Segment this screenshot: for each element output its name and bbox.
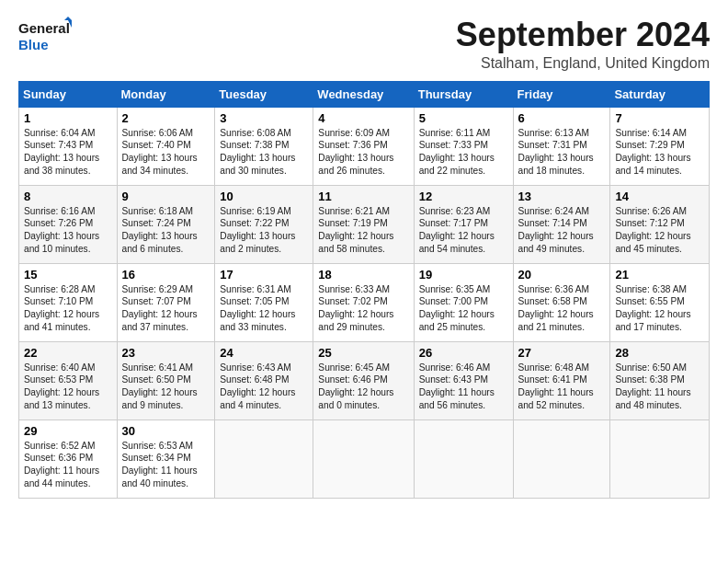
calendar-cell: 5Sunrise: 6:11 AMSunset: 7:33 PMDaylight… bbox=[414, 107, 513, 185]
day-number: 21 bbox=[615, 268, 704, 282]
calendar-cell: 2Sunrise: 6:06 AMSunset: 7:40 PMDaylight… bbox=[117, 107, 215, 185]
calendar-cell: 15Sunrise: 6:28 AMSunset: 7:10 PMDayligh… bbox=[19, 263, 118, 341]
weekday-header-sunday: Sunday bbox=[19, 81, 118, 107]
calendar-cell: 8Sunrise: 6:16 AMSunset: 7:26 PMDaylight… bbox=[19, 185, 118, 263]
svg-text:General: General bbox=[18, 20, 70, 36]
day-number: 22 bbox=[24, 346, 112, 360]
weekday-header-wednesday: Wednesday bbox=[313, 81, 414, 107]
weekday-header-saturday: Saturday bbox=[610, 81, 710, 107]
weekday-header-friday: Friday bbox=[513, 81, 610, 107]
title-block: September 2024 Stalham, England, United … bbox=[456, 17, 710, 72]
month-title: September 2024 bbox=[456, 17, 710, 53]
day-number: 19 bbox=[419, 268, 508, 282]
day-info: Sunrise: 6:53 AMSunset: 6:34 PMDaylight:… bbox=[122, 440, 210, 490]
svg-marker-2 bbox=[64, 17, 72, 20]
day-number: 24 bbox=[220, 346, 308, 360]
day-number: 2 bbox=[122, 111, 210, 125]
calendar-cell: 23Sunrise: 6:41 AMSunset: 6:50 PMDayligh… bbox=[117, 341, 215, 419]
day-number: 30 bbox=[122, 424, 210, 438]
day-number: 11 bbox=[318, 190, 408, 203]
day-info: Sunrise: 6:52 AMSunset: 6:36 PMDaylight:… bbox=[24, 440, 112, 490]
day-info: Sunrise: 6:26 AMSunset: 7:12 PMDaylight:… bbox=[615, 205, 704, 256]
day-number: 20 bbox=[518, 268, 606, 282]
day-number: 5 bbox=[419, 111, 508, 125]
day-number: 13 bbox=[518, 190, 606, 203]
day-number: 27 bbox=[518, 346, 606, 360]
day-number: 28 bbox=[615, 346, 704, 360]
day-info: Sunrise: 6:50 AMSunset: 6:38 PMDaylight:… bbox=[615, 362, 704, 412]
day-number: 18 bbox=[318, 268, 408, 282]
calendar-cell: 27Sunrise: 6:48 AMSunset: 6:41 PMDayligh… bbox=[513, 341, 610, 419]
day-info: Sunrise: 6:28 AMSunset: 7:10 PMDaylight:… bbox=[24, 283, 112, 334]
logo-svg: General Blue bbox=[18, 17, 74, 58]
calendar-cell: 3Sunrise: 6:08 AMSunset: 7:38 PMDaylight… bbox=[215, 107, 313, 185]
day-info: Sunrise: 6:09 AMSunset: 7:36 PMDaylight:… bbox=[318, 127, 408, 178]
calendar-cell bbox=[414, 419, 513, 498]
day-info: Sunrise: 6:33 AMSunset: 7:02 PMDaylight:… bbox=[318, 283, 408, 334]
day-number: 16 bbox=[122, 268, 210, 282]
day-number: 8 bbox=[24, 190, 112, 203]
day-info: Sunrise: 6:43 AMSunset: 6:48 PMDaylight:… bbox=[220, 362, 308, 412]
day-info: Sunrise: 6:36 AMSunset: 6:58 PMDaylight:… bbox=[518, 283, 606, 334]
calendar-cell bbox=[313, 419, 414, 498]
day-info: Sunrise: 6:23 AMSunset: 7:17 PMDaylight:… bbox=[419, 205, 508, 256]
day-info: Sunrise: 6:06 AMSunset: 7:40 PMDaylight:… bbox=[122, 127, 210, 178]
day-number: 14 bbox=[615, 190, 704, 203]
day-number: 1 bbox=[24, 111, 112, 125]
calendar-cell: 12Sunrise: 6:23 AMSunset: 7:17 PMDayligh… bbox=[414, 185, 513, 263]
weekday-header-monday: Monday bbox=[117, 81, 215, 107]
day-info: Sunrise: 6:13 AMSunset: 7:31 PMDaylight:… bbox=[518, 127, 606, 178]
calendar-cell: 25Sunrise: 6:45 AMSunset: 6:46 PMDayligh… bbox=[313, 341, 414, 419]
day-number: 15 bbox=[24, 268, 112, 282]
svg-text:Blue: Blue bbox=[18, 37, 49, 52]
calendar-cell bbox=[610, 419, 710, 498]
calendar-cell: 4Sunrise: 6:09 AMSunset: 7:36 PMDaylight… bbox=[313, 107, 414, 185]
day-info: Sunrise: 6:38 AMSunset: 6:55 PMDaylight:… bbox=[615, 283, 704, 334]
day-number: 7 bbox=[615, 111, 704, 125]
calendar-cell: 29Sunrise: 6:52 AMSunset: 6:36 PMDayligh… bbox=[19, 419, 118, 498]
calendar-cell: 18Sunrise: 6:33 AMSunset: 7:02 PMDayligh… bbox=[313, 263, 414, 341]
calendar-cell: 6Sunrise: 6:13 AMSunset: 7:31 PMDaylight… bbox=[513, 107, 610, 185]
day-number: 4 bbox=[318, 111, 408, 125]
day-info: Sunrise: 6:35 AMSunset: 7:00 PMDaylight:… bbox=[419, 283, 508, 334]
calendar-cell: 26Sunrise: 6:46 AMSunset: 6:43 PMDayligh… bbox=[414, 341, 513, 419]
day-number: 23 bbox=[122, 346, 210, 360]
calendar-cell: 21Sunrise: 6:38 AMSunset: 6:55 PMDayligh… bbox=[610, 263, 710, 341]
calendar-cell: 20Sunrise: 6:36 AMSunset: 6:58 PMDayligh… bbox=[513, 263, 610, 341]
calendar-cell: 16Sunrise: 6:29 AMSunset: 7:07 PMDayligh… bbox=[117, 263, 215, 341]
day-number: 10 bbox=[220, 190, 308, 203]
day-info: Sunrise: 6:46 AMSunset: 6:43 PMDaylight:… bbox=[419, 362, 508, 412]
day-info: Sunrise: 6:08 AMSunset: 7:38 PMDaylight:… bbox=[220, 127, 308, 178]
day-number: 26 bbox=[419, 346, 508, 360]
page-header: General Blue September 2024 Stalham, Eng… bbox=[18, 17, 710, 72]
calendar-cell: 1Sunrise: 6:04 AMSunset: 7:43 PMDaylight… bbox=[19, 107, 118, 185]
calendar-cell: 11Sunrise: 6:21 AMSunset: 7:19 PMDayligh… bbox=[313, 185, 414, 263]
location-subtitle: Stalham, England, United Kingdom bbox=[456, 55, 710, 72]
calendar-cell: 17Sunrise: 6:31 AMSunset: 7:05 PMDayligh… bbox=[215, 263, 313, 341]
day-number: 29 bbox=[24, 424, 112, 438]
calendar-cell: 14Sunrise: 6:26 AMSunset: 7:12 PMDayligh… bbox=[610, 185, 710, 263]
day-info: Sunrise: 6:24 AMSunset: 7:14 PMDaylight:… bbox=[518, 205, 606, 256]
day-info: Sunrise: 6:45 AMSunset: 6:46 PMDaylight:… bbox=[318, 362, 408, 412]
calendar-cell: 9Sunrise: 6:18 AMSunset: 7:24 PMDaylight… bbox=[117, 185, 215, 263]
day-info: Sunrise: 6:31 AMSunset: 7:05 PMDaylight:… bbox=[220, 283, 308, 334]
calendar-cell: 10Sunrise: 6:19 AMSunset: 7:22 PMDayligh… bbox=[215, 185, 313, 263]
day-number: 25 bbox=[318, 346, 408, 360]
logo: General Blue bbox=[18, 17, 74, 58]
calendar-cell: 19Sunrise: 6:35 AMSunset: 7:00 PMDayligh… bbox=[414, 263, 513, 341]
calendar-cell bbox=[215, 419, 313, 498]
day-info: Sunrise: 6:19 AMSunset: 7:22 PMDaylight:… bbox=[220, 205, 308, 256]
calendar-table: SundayMondayTuesdayWednesdayThursdayFrid… bbox=[18, 81, 710, 499]
day-info: Sunrise: 6:41 AMSunset: 6:50 PMDaylight:… bbox=[122, 362, 210, 412]
day-info: Sunrise: 6:14 AMSunset: 7:29 PMDaylight:… bbox=[615, 127, 704, 178]
day-info: Sunrise: 6:21 AMSunset: 7:19 PMDaylight:… bbox=[318, 205, 408, 256]
day-info: Sunrise: 6:40 AMSunset: 6:53 PMDaylight:… bbox=[24, 362, 112, 412]
calendar-cell: 30Sunrise: 6:53 AMSunset: 6:34 PMDayligh… bbox=[117, 419, 215, 498]
day-info: Sunrise: 6:18 AMSunset: 7:24 PMDaylight:… bbox=[122, 205, 210, 256]
calendar-cell: 28Sunrise: 6:50 AMSunset: 6:38 PMDayligh… bbox=[610, 341, 710, 419]
calendar-cell: 7Sunrise: 6:14 AMSunset: 7:29 PMDaylight… bbox=[610, 107, 710, 185]
day-info: Sunrise: 6:48 AMSunset: 6:41 PMDaylight:… bbox=[518, 362, 606, 412]
calendar-cell: 22Sunrise: 6:40 AMSunset: 6:53 PMDayligh… bbox=[19, 341, 118, 419]
day-number: 17 bbox=[220, 268, 308, 282]
day-info: Sunrise: 6:11 AMSunset: 7:33 PMDaylight:… bbox=[419, 127, 508, 178]
